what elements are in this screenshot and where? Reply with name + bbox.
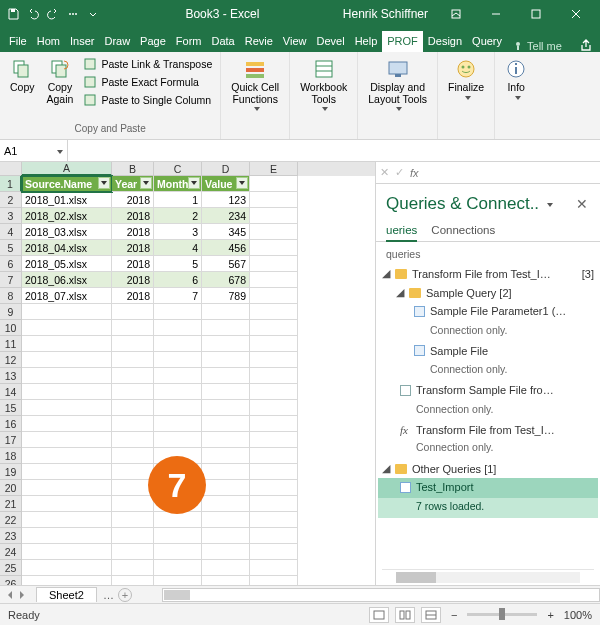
- row-header[interactable]: 15: [0, 400, 22, 416]
- cell[interactable]: [250, 528, 298, 544]
- cell[interactable]: 2018_07.xlsx: [22, 288, 112, 304]
- cell[interactable]: [202, 528, 250, 544]
- cell[interactable]: [154, 560, 202, 576]
- tab-data[interactable]: Data: [206, 31, 239, 52]
- row-header[interactable]: 11: [0, 336, 22, 352]
- redo-icon[interactable]: [44, 5, 62, 23]
- row-header[interactable]: 8: [0, 288, 22, 304]
- tree-group[interactable]: ◢Sample Query [2]: [378, 283, 598, 302]
- tab-home[interactable]: Hom: [32, 31, 65, 52]
- tell-me-search[interactable]: Tell me: [513, 40, 562, 52]
- row-header[interactable]: 22: [0, 512, 22, 528]
- view-page-button[interactable]: [395, 607, 415, 623]
- cell[interactable]: 456: [202, 240, 250, 256]
- qat-customize-icon[interactable]: [84, 5, 102, 23]
- maximize-icon[interactable]: [516, 0, 556, 28]
- close-icon[interactable]: [556, 0, 596, 28]
- cell[interactable]: 345: [202, 224, 250, 240]
- row-header[interactable]: 12: [0, 352, 22, 368]
- column-header[interactable]: C: [154, 162, 202, 176]
- tab-insert[interactable]: Inser: [65, 31, 99, 52]
- quick-cell-functions-button[interactable]: Quick Cell Functions: [227, 56, 283, 113]
- column-header[interactable]: D: [202, 162, 250, 176]
- cell[interactable]: [22, 512, 112, 528]
- zoom-level[interactable]: 100%: [564, 609, 592, 621]
- cell[interactable]: 5: [154, 256, 202, 272]
- row-header[interactable]: 14: [0, 384, 22, 400]
- cell[interactable]: [250, 384, 298, 400]
- cell[interactable]: [112, 336, 154, 352]
- row-header[interactable]: 20: [0, 480, 22, 496]
- cell[interactable]: 2018: [112, 240, 154, 256]
- row-header[interactable]: 16: [0, 416, 22, 432]
- cell[interactable]: [250, 272, 298, 288]
- tree-item[interactable]: Transform Sample File fro…: [378, 381, 598, 401]
- tab-draw[interactable]: Draw: [99, 31, 135, 52]
- cell[interactable]: [112, 512, 154, 528]
- name-box[interactable]: A1: [0, 140, 68, 161]
- tab-queries[interactable]: ueries: [386, 220, 417, 242]
- cell[interactable]: [22, 496, 112, 512]
- info-button[interactable]: Info: [501, 56, 531, 102]
- tree-item[interactable]: Sample File: [378, 342, 598, 362]
- view-normal-button[interactable]: [369, 607, 389, 623]
- filter-icon[interactable]: [236, 177, 248, 189]
- row-header[interactable]: 3: [0, 208, 22, 224]
- cell[interactable]: 2018_04.xlsx: [22, 240, 112, 256]
- cell[interactable]: [202, 320, 250, 336]
- tab-prof[interactable]: PROF: [382, 31, 423, 52]
- cell[interactable]: 7: [154, 288, 202, 304]
- cell[interactable]: [112, 432, 154, 448]
- tab-design[interactable]: Design: [423, 31, 467, 52]
- row-header[interactable]: 24: [0, 544, 22, 560]
- cell[interactable]: 234: [202, 208, 250, 224]
- select-all-corner[interactable]: [0, 162, 22, 176]
- cell[interactable]: [250, 496, 298, 512]
- cell[interactable]: [250, 336, 298, 352]
- tab-file[interactable]: File: [4, 31, 32, 52]
- cell[interactable]: [112, 560, 154, 576]
- row-header[interactable]: 6: [0, 256, 22, 272]
- row-header[interactable]: 5: [0, 240, 22, 256]
- cell[interactable]: [250, 256, 298, 272]
- table-header-cell[interactable]: Source.Name: [22, 176, 112, 192]
- row-header[interactable]: 17: [0, 432, 22, 448]
- panel-scrollbar[interactable]: [382, 569, 594, 585]
- cell[interactable]: [154, 416, 202, 432]
- cell[interactable]: [22, 480, 112, 496]
- cell[interactable]: [22, 544, 112, 560]
- cell[interactable]: [112, 416, 154, 432]
- cell[interactable]: [202, 512, 250, 528]
- account-name[interactable]: Henrik Schiffner: [343, 7, 428, 21]
- display-layout-tools-button[interactable]: Display and Layout Tools: [364, 56, 431, 113]
- cell[interactable]: 567: [202, 256, 250, 272]
- cell[interactable]: [112, 448, 154, 464]
- zoom-in-button[interactable]: +: [543, 609, 557, 621]
- undo-icon[interactable]: [24, 5, 42, 23]
- cell[interactable]: 2018: [112, 256, 154, 272]
- cell[interactable]: [154, 384, 202, 400]
- cell[interactable]: [202, 304, 250, 320]
- cell[interactable]: [250, 208, 298, 224]
- cell[interactable]: 2: [154, 208, 202, 224]
- minimize-icon[interactable]: [476, 0, 516, 28]
- cell[interactable]: [250, 176, 298, 192]
- cell[interactable]: [250, 192, 298, 208]
- cell[interactable]: 2018: [112, 208, 154, 224]
- cell[interactable]: [154, 512, 202, 528]
- ribbon-options-icon[interactable]: [436, 0, 476, 28]
- cell[interactable]: [22, 304, 112, 320]
- new-sheet-button[interactable]: +: [118, 588, 132, 602]
- cell[interactable]: [202, 336, 250, 352]
- copy-again-button[interactable]: Copy Again: [43, 56, 78, 108]
- cell[interactable]: [22, 448, 112, 464]
- row-header[interactable]: 21: [0, 496, 22, 512]
- cell[interactable]: 2018_05.xlsx: [22, 256, 112, 272]
- horizontal-scrollbar[interactable]: [162, 588, 600, 602]
- cell[interactable]: 2018: [112, 224, 154, 240]
- row-header[interactable]: 10: [0, 320, 22, 336]
- cell[interactable]: [250, 544, 298, 560]
- row-header[interactable]: 18: [0, 448, 22, 464]
- cell[interactable]: 2018: [112, 272, 154, 288]
- cancel-icon[interactable]: ✕: [380, 166, 389, 179]
